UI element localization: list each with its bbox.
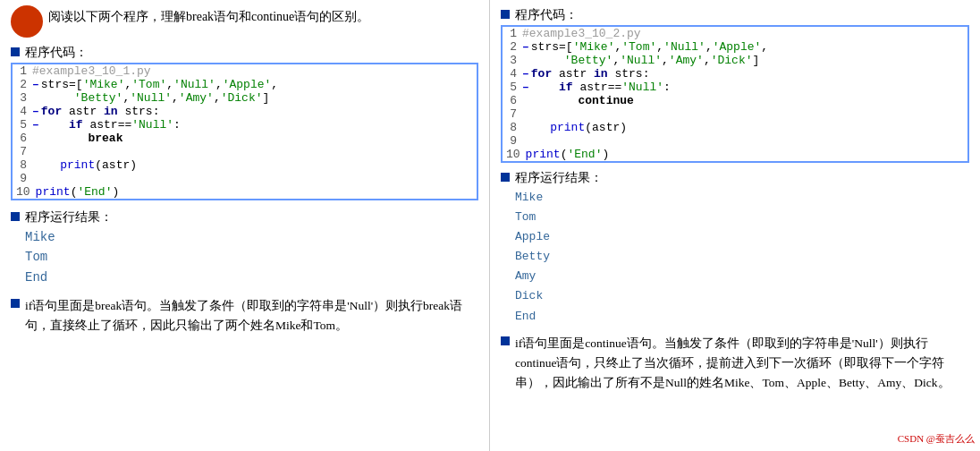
result-block-2: Mike Tom Apple Betty Amy Dick End [515,188,969,327]
desc-section-header: if语句里面是break语句。当触发了条件（即取到的字符串是'Null'）则执行… [11,296,478,336]
r-code-line-3: 3 'Betty','Null','Amy','Dick'] [503,54,967,67]
avatar-icon [11,5,43,38]
r-code-line-5: 5 – if astr=='Null': [503,81,967,94]
right-section1-label: 程序代码： [515,7,578,23]
r-code-line-1: 1 #example3_10_2.py [503,27,967,40]
desc-text: if语句里面是break语句。当触发了条件（即取到的字符串是'Null'）则执行… [25,296,478,336]
right-result-section-header: 程序运行结果： [501,170,969,186]
right-desc-text: if语句里面是continue语句。当触发了条件（即取到的字符串是'Null'）… [515,334,969,394]
code-section-header: 程序代码： [11,45,478,61]
bullet-icon-3 [11,299,20,308]
left-panel: 阅读以下两个程序，理解break语句和continue语句的区别。 程序代码： … [0,0,490,451]
r-code-line-8: 8 print(astr) [503,121,967,134]
r-code-line-6: 6 continue [503,94,967,107]
section2-label: 程序运行结果： [25,209,113,226]
code-block-1: 1 #example3_10_1.py 2 – strs=['Mike','To… [11,63,478,200]
code-line-5: 5 – if astr=='Null': [13,118,477,132]
r-result-betty: Betty [515,247,969,267]
code-line-8: 8 print(astr) [13,158,477,172]
right-bullet-icon-1 [501,10,510,19]
code-line-9: 9 [13,172,477,185]
result-line-end: End [25,268,478,287]
r-result-mike: Mike [515,188,969,208]
r-code-line-4: 4 – for astr in strs: [503,67,967,81]
code-line-4: 4 – for astr in strs: [13,105,477,118]
r-result-dick: Dick [515,286,969,306]
result-line-tom: Tom [25,247,478,267]
result-line-mike: Mike [25,227,478,247]
r-result-apple: Apple [515,227,969,247]
result-block-1: Mike Tom End [25,227,478,287]
code-line-3: 3 'Betty','Null','Amy','Dick'] [13,91,477,105]
intro-text: 阅读以下两个程序，理解break语句和continue语句的区别。 [48,7,369,27]
code-block-2: 1 #example3_10_2.py 2 – strs=['Mike','To… [501,25,969,163]
r-code-line-2: 2 – strs=['Mike','Tom','Null','Apple', [503,40,967,54]
code-line-6: 6 break [13,132,477,145]
bullet-icon-2 [11,212,20,221]
r-result-end: End [515,307,969,327]
right-code-section-header: 程序代码： [501,7,969,23]
section1-label: 程序代码： [25,45,88,61]
right-panel: 程序代码： 1 #example3_10_2.py 2 – strs=['Mik… [490,0,980,451]
r-code-line-10: 10 print('End') [503,148,967,161]
result-section-header: 程序运行结果： [11,209,478,226]
r-code-line-7: 7 [503,107,967,121]
bullet-icon [11,47,20,56]
code-line-1: 1 #example3_10_1.py [13,64,477,78]
right-section2-label: 程序运行结果： [515,170,603,186]
code-line-2: 2 – strs=['Mike','Tom','Null','Apple', [13,78,477,91]
code-line-10: 10 print('End') [13,185,477,199]
r-result-tom: Tom [515,208,969,227]
r-code-line-9: 9 [503,134,967,148]
csdn-badge: CSDN @蚕吉么么 [898,432,975,446]
right-bullet-icon-2 [501,173,510,182]
right-bullet-icon-3 [501,336,510,345]
code-line-7: 7 [13,145,477,158]
right-desc-section-header: if语句里面是continue语句。当触发了条件（即取到的字符串是'Null'）… [501,334,969,394]
r-result-amy: Amy [515,267,969,286]
